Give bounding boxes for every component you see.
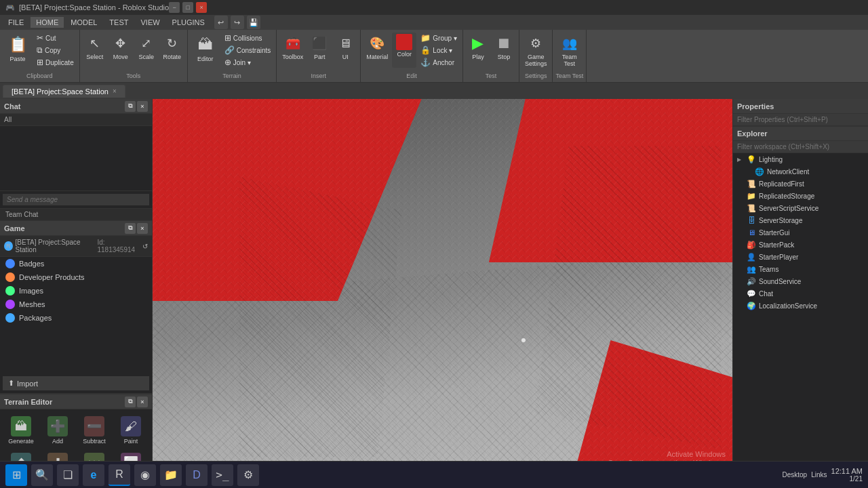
terrain-editor-title: Terrain Editor	[4, 398, 52, 406]
properties-filter[interactable]	[733, 114, 868, 126]
explorer-item-localization-service[interactable]: 🌍LocalizationService	[733, 300, 868, 312]
constraints-button[interactable]: 🔗 Constraints	[222, 45, 274, 56]
paste-button[interactable]: 📋 Paste	[3, 33, 33, 68]
tray-desktop[interactable]: Desktop	[782, 471, 807, 479]
scale-tool[interactable]: ⤢ Scale	[134, 33, 159, 62]
maximize-button[interactable]: □	[182, 2, 193, 13]
terminal-button[interactable]: >_	[212, 464, 233, 486]
terrain-tool-generate[interactable]: 🏔Generate	[4, 413, 38, 447]
terrain-tool-paint[interactable]: 🖌Paint	[114, 413, 148, 447]
viewport-cursor	[521, 338, 526, 342]
material-label: Material	[366, 54, 388, 60]
tab-close-button[interactable]: ×	[113, 87, 117, 95]
team-test-button[interactable]: 👥 TeamTest	[557, 33, 582, 68]
explorer-item-starter-gui[interactable]: 🖥StarterGui	[733, 226, 868, 239]
menu-view[interactable]: VIEW	[135, 17, 165, 28]
material-button[interactable]: 🎨 Material	[363, 33, 391, 68]
tools-group: ↖ Select ✥ Move ⤢ Scale ↻ Rotate	[83, 31, 184, 62]
game-item-meshes[interactable]: Meshes	[0, 298, 152, 311]
chat-float-button[interactable]: ⧉	[125, 101, 136, 112]
terrain-tool-subtract[interactable]: ➖Subtract	[77, 413, 111, 447]
collisions-button[interactable]: ⊞ Collisions	[222, 33, 274, 43]
explorer-item-teams[interactable]: 👥Teams	[733, 263, 868, 275]
tray-links[interactable]: Links	[811, 471, 827, 479]
cut-button[interactable]: ✂ Cut	[34, 33, 77, 43]
explorer-header: Explorer	[733, 126, 868, 141]
explorer-item-chat[interactable]: 💬Chat	[733, 287, 868, 300]
redo-button[interactable]: ↪	[231, 16, 244, 29]
part-button[interactable]: ⬛ Part	[307, 33, 332, 62]
terrain-editor-header: Terrain Editor ⧉ ×	[0, 394, 152, 409]
explorer-item-sound-service[interactable]: 🔊SoundService	[733, 275, 868, 287]
menu-test[interactable]: TEST	[104, 17, 134, 28]
file-explorer-button[interactable]: 📁	[160, 464, 182, 486]
toolbox-button[interactable]: 🧰 Toolbox	[279, 33, 306, 62]
terrain-float-button[interactable]: ⧉	[125, 396, 136, 407]
edge-button[interactable]: e	[83, 464, 104, 486]
terrain-editor-button[interactable]: 🏔 Editor	[191, 33, 220, 68]
explorer-item-network-client[interactable]: 🌐NetworkClient	[733, 165, 868, 178]
import-button[interactable]: ⬆ Import	[3, 376, 149, 390]
duplicate-button[interactable]: ⊞ Duplicate	[34, 57, 77, 68]
game-float-button[interactable]: ⧉	[125, 223, 136, 234]
ribbon-section-test: ▶ Play ⏹ Stop Test	[463, 30, 519, 82]
copy-button[interactable]: ⧉ Copy	[34, 45, 77, 56]
explorer-item-replicated-storage[interactable]: 📁ReplicatedStorage	[733, 190, 868, 202]
game-item-developer-products[interactable]: Developer Products	[0, 270, 152, 284]
anchor-button[interactable]: ⚓ Anchor	[418, 57, 460, 68]
viewport[interactable]: Activate Windows Go to Settings to activ…	[153, 99, 732, 488]
lock-icon: 🔒	[420, 45, 431, 55]
search-taskbar-button[interactable]: 🔍	[31, 464, 53, 486]
rotate-label: Rotate	[163, 54, 181, 60]
game-item-badges[interactable]: Badges	[0, 257, 152, 270]
stop-icon: ⏹	[494, 34, 513, 53]
discord-button[interactable]: D	[186, 464, 208, 486]
explorer-item-server-script-service[interactable]: 📜ServerScriptService	[733, 202, 868, 214]
chat-input-area	[0, 190, 152, 208]
tab-beta-project[interactable]: [BETA] Project:Space Station ×	[3, 85, 125, 98]
group-button[interactable]: 📁 Group ▾	[418, 33, 460, 43]
menu-model[interactable]: MODEL	[65, 17, 102, 28]
game-item-packages[interactable]: Packages	[0, 311, 152, 325]
undo-button[interactable]: ↩	[214, 16, 228, 29]
chrome-button[interactable]: ◉	[134, 464, 156, 486]
sound-service-label: SoundService	[759, 278, 801, 285]
chat-input[interactable]	[3, 194, 149, 205]
taskview-button[interactable]: ❏	[57, 464, 79, 486]
ui-button[interactable]: 🖥 UI	[333, 33, 357, 62]
chat-close-button[interactable]: ×	[137, 101, 148, 112]
save-button[interactable]: 💾	[247, 16, 260, 29]
move-tool[interactable]: ✥ Move	[108, 33, 133, 62]
explorer-item-replicated-first[interactable]: 📜ReplicatedFirst	[733, 178, 868, 190]
close-button[interactable]: ×	[196, 2, 207, 13]
game-item-images[interactable]: Images	[0, 284, 152, 298]
terrain-tool-add[interactable]: ➕Add	[41, 413, 75, 447]
game-id: Id: 1181345914	[97, 239, 140, 253]
game-refresh-icon[interactable]: ↺	[142, 243, 148, 250]
terrain-close-button[interactable]: ×	[137, 396, 148, 407]
play-button[interactable]: ▶ Play	[466, 33, 490, 62]
color-button[interactable]: Color	[392, 33, 416, 68]
start-button[interactable]: ⊞	[5, 464, 27, 486]
settings-taskbar-button[interactable]: ⚙	[237, 464, 259, 486]
join-button[interactable]: ⊕ Join ▾	[222, 57, 274, 68]
select-tool[interactable]: ↖ Select	[83, 33, 107, 62]
explorer-item-starter-player[interactable]: 👤StarterPlayer	[733, 251, 868, 263]
menu-plugins[interactable]: PLUGINS	[167, 17, 210, 28]
chat-header-buttons: ⧉ ×	[125, 101, 148, 112]
menu-file[interactable]: FILE	[3, 17, 29, 28]
explorer-filter[interactable]	[733, 141, 868, 153]
roblox-taskbar[interactable]: R	[108, 464, 130, 486]
explorer-item-lighting[interactable]: ▶💡Lighting	[733, 153, 868, 165]
ribbon-section-edit: 🎨 Material Color 📁 Group ▾ 🔒 Lock ▾ ⚓ An…	[361, 30, 463, 82]
stop-button[interactable]: ⏹ Stop	[492, 33, 516, 62]
explorer-item-starter-pack[interactable]: 🎒StarterPack	[733, 239, 868, 251]
game-close-button[interactable]: ×	[137, 223, 148, 234]
game-settings-button[interactable]: ⚙ GameSettings	[522, 33, 550, 68]
minimize-button[interactable]: −	[169, 2, 180, 13]
menu-home[interactable]: HOME	[31, 17, 64, 28]
import-label: Import	[17, 380, 38, 388]
rotate-tool[interactable]: ↻ Rotate	[160, 33, 184, 62]
explorer-item-server-storage[interactable]: 🗄ServerStorage	[733, 214, 868, 226]
lock-button[interactable]: 🔒 Lock ▾	[418, 45, 460, 56]
